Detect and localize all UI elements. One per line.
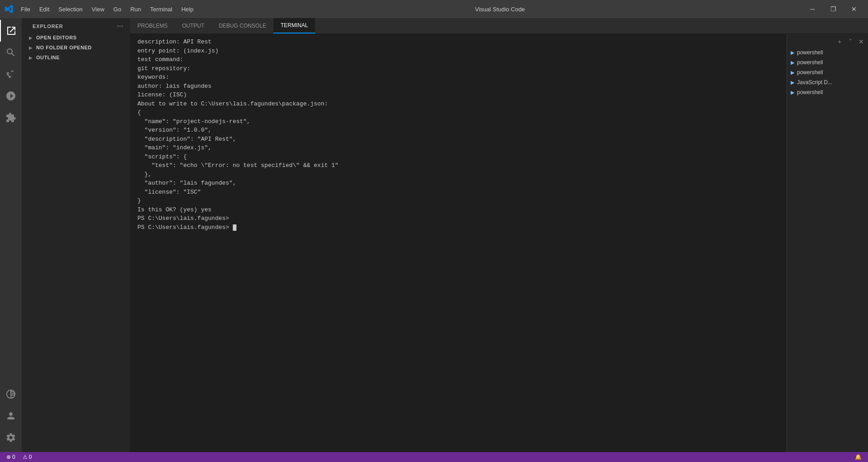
warning-icon: ⚠ xyxy=(23,454,28,460)
menu-go[interactable]: Go xyxy=(109,4,126,14)
terminal-entry-label: powershell xyxy=(797,59,823,66)
main-area: EXPLORER ··· ▶ OPEN EDITORS ▶ NO FOLDER … xyxy=(0,18,868,452)
activity-item-accounts[interactable] xyxy=(0,405,22,427)
warning-count: 0 xyxy=(29,454,32,460)
terminal-sidebar-header: + ˅ ✕ xyxy=(787,36,868,48)
chevron-right-icon: ▶ xyxy=(27,54,34,61)
menu-terminal[interactable]: Terminal xyxy=(146,4,177,14)
chevron-right-icon: ▶ xyxy=(27,34,34,41)
sidebar-item-outline[interactable]: ▶ OUTLINE xyxy=(22,52,130,62)
minimize-button[interactable]: ─ xyxy=(802,0,823,18)
terminal-line: keywords: xyxy=(137,73,779,82)
terminal-line: { xyxy=(137,108,779,117)
menu-view[interactable]: View xyxy=(87,4,109,14)
status-notifications[interactable]: 🔔 xyxy=(852,452,864,462)
terminal-entry[interactable]: ▶powershell xyxy=(787,87,868,97)
terminal-line: entry point: (index.js) xyxy=(137,47,779,56)
terminal-pane[interactable]: description: API Restentry point: (index… xyxy=(130,34,787,452)
terminal-icon: ▶ xyxy=(791,60,794,66)
close-button[interactable]: ✕ xyxy=(844,0,864,18)
terminal-close-button[interactable]: ✕ xyxy=(856,37,866,47)
terminal-icon: ▶ xyxy=(791,70,794,76)
error-count: 0 xyxy=(12,454,15,460)
terminal-entry[interactable]: ▶powershell xyxy=(787,48,868,57)
terminal-line: "name": "project-nodejs-rest", xyxy=(137,117,779,126)
activity-item-search[interactable] xyxy=(0,42,22,63)
activity-item-source-control[interactable] xyxy=(0,63,22,85)
tab-output[interactable]: OUTPUT xyxy=(175,18,212,33)
terminal-entry[interactable]: ▶powershell xyxy=(787,57,868,67)
menu-file[interactable]: File xyxy=(16,4,35,14)
bell-icon: 🔔 xyxy=(855,454,862,460)
activity-item-run-debug[interactable] xyxy=(0,85,22,107)
terminal-entry[interactable]: ▶powershell xyxy=(787,67,868,77)
terminal-line: PS C:\Users\lais.fagundes> xyxy=(137,223,779,232)
status-right: 🔔 xyxy=(852,452,864,462)
terminal-icon: ▶ xyxy=(791,80,794,86)
terminal-line: "test": "echo \"Error: no test specified… xyxy=(137,161,779,170)
menu-run[interactable]: Run xyxy=(126,4,146,14)
terminal-cursor xyxy=(233,224,236,231)
terminal-line: }, xyxy=(137,170,779,179)
activity-item-explorer[interactable] xyxy=(0,20,22,42)
sidebar-header: EXPLORER ··· xyxy=(22,18,130,33)
terminal-line: About to write to C:\Users\lais.fagundes… xyxy=(137,100,779,109)
sidebar-item-open-editors[interactable]: ▶ OPEN EDITORS xyxy=(22,33,130,43)
tab-terminal[interactable]: TERMINAL xyxy=(274,18,316,33)
terminal-entry-label: powershell xyxy=(797,89,823,95)
app-icon xyxy=(4,4,14,14)
status-bar: ⊗ 0 ⚠ 0 🔔 xyxy=(0,452,868,462)
tab-debug-console[interactable]: DEBUG CONSOLE xyxy=(212,18,274,33)
error-icon: ⊗ xyxy=(6,454,11,460)
menu-bar: File Edit Selection View Go Run Terminal… xyxy=(16,4,198,14)
terminal-entry[interactable]: ▶JavaScript D... xyxy=(787,77,868,87)
terminal-add-button[interactable]: + xyxy=(835,37,844,47)
menu-selection[interactable]: Selection xyxy=(54,4,87,14)
window-title: Visual Studio Code xyxy=(198,6,802,13)
terminal-entry-label: powershell xyxy=(797,69,823,76)
terminal-line: git repository: xyxy=(137,64,779,73)
sidebar: EXPLORER ··· ▶ OPEN EDITORS ▶ NO FOLDER … xyxy=(22,18,130,452)
activity-bottom xyxy=(0,383,22,452)
terminal-line: "license": "ISC" xyxy=(137,188,779,197)
terminal-icon: ▶ xyxy=(791,50,794,56)
menu-edit[interactable]: Edit xyxy=(35,4,54,14)
terminal-line: } xyxy=(137,196,779,205)
sidebar-item-no-folder[interactable]: ▶ NO FOLDER OPENED xyxy=(22,43,130,52)
chevron-right-icon: ▶ xyxy=(27,44,34,51)
terminal-entry-label: powershell xyxy=(797,49,823,56)
terminal-line: description: API Rest xyxy=(137,38,779,47)
tab-bar: PROBLEMS OUTPUT DEBUG CONSOLE TERMINAL xyxy=(130,18,868,34)
activity-item-remote-explorer[interactable] xyxy=(0,383,22,405)
terminal-line: test command: xyxy=(137,55,779,64)
terminal-sidebar: + ˅ ✕ ▶powershell▶powershell▶powershell▶… xyxy=(787,34,868,452)
sidebar-more-button[interactable]: ··· xyxy=(116,22,125,31)
terminal-line: "main": "index.js", xyxy=(137,143,779,152)
terminal-area: description: API Restentry point: (index… xyxy=(130,34,868,452)
tab-problems[interactable]: PROBLEMS xyxy=(130,18,175,33)
status-errors[interactable]: ⊗ 0 xyxy=(4,452,18,462)
terminal-icon: ▶ xyxy=(791,90,794,95)
terminal-line: PS C:\Users\lais.fagundes> xyxy=(137,214,779,223)
activity-bar xyxy=(0,18,22,452)
terminal-line: "description": "API Rest", xyxy=(137,135,779,144)
terminal-split-button[interactable]: ˅ xyxy=(845,37,855,47)
activity-item-extensions[interactable] xyxy=(0,107,22,129)
activity-item-settings[interactable] xyxy=(0,427,22,448)
content-area: PROBLEMS OUTPUT DEBUG CONSOLE TERMINAL d… xyxy=(130,18,868,452)
menu-help[interactable]: Help xyxy=(177,4,198,14)
terminal-line: Is this OK? (yes) yes xyxy=(137,205,779,214)
terminal-line: license: (ISC) xyxy=(137,90,779,100)
maximize-button[interactable]: ❐ xyxy=(823,0,844,18)
terminal-line: author: lais fagundes xyxy=(137,82,779,91)
status-warnings[interactable]: ⚠ 0 xyxy=(20,452,35,462)
terminal-line: "author": "lais fagundes", xyxy=(137,179,779,188)
terminal-line: "version": "1.0.0", xyxy=(137,126,779,135)
window-controls: ─ ❐ ✕ xyxy=(802,0,864,18)
status-left: ⊗ 0 ⚠ 0 xyxy=(4,452,34,462)
terminal-line: "scripts": { xyxy=(137,152,779,162)
titlebar: File Edit Selection View Go Run Terminal… xyxy=(0,0,868,18)
terminal-entry-label: JavaScript D... xyxy=(797,79,832,86)
